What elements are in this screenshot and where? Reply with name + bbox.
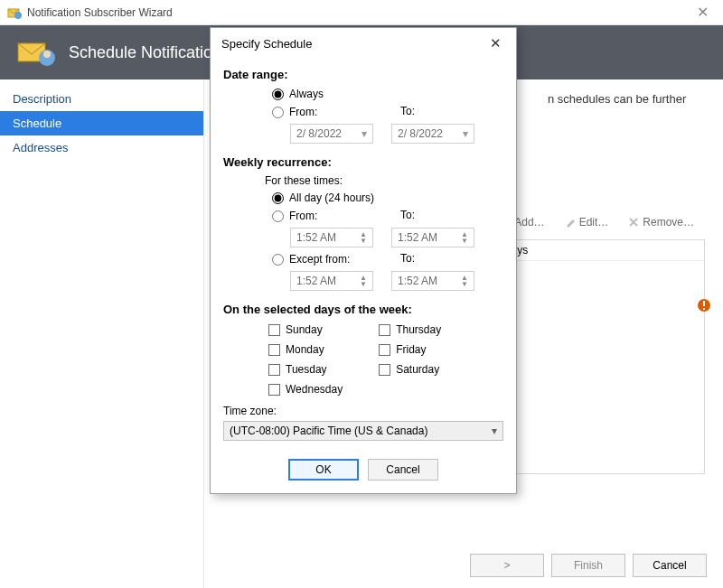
cancel-button[interactable]: Cancel xyxy=(633,554,707,577)
dialog-close-button[interactable]: ✕ xyxy=(486,35,505,51)
window-close-button[interactable]: ✕ xyxy=(690,4,716,21)
chk-saturday-label: Saturday xyxy=(396,363,439,376)
chk-thursday-label: Thursday xyxy=(396,323,441,336)
hint-text: n schedules can be further xyxy=(548,92,705,106)
remove-label: Remove… xyxy=(643,216,694,229)
time1-to-picker[interactable]: 1:52 AM ▲▼ xyxy=(391,228,474,247)
time2-from-value: 1:52 AM xyxy=(296,275,336,287)
for-times-label: For these times: xyxy=(223,173,503,189)
chevron-down-icon: ▾ xyxy=(362,127,367,140)
date-range-heading: Date range: xyxy=(223,68,503,81)
remove-icon xyxy=(628,217,639,228)
chevron-down-icon: ▾ xyxy=(463,127,468,140)
checkbox-icon xyxy=(379,344,390,356)
chk-thursday[interactable]: Thursday xyxy=(379,323,441,336)
app-icon xyxy=(7,5,22,20)
checkbox-icon xyxy=(268,324,280,336)
radio-time-from[interactable]: From: xyxy=(223,207,503,225)
pencil-icon xyxy=(565,217,576,228)
ok-button[interactable]: OK xyxy=(288,459,359,481)
sidebar-item-description[interactable]: Description xyxy=(0,87,203,111)
window-title: Notification Subscriber Wizard xyxy=(27,6,173,19)
weekly-heading: Weekly recurrence: xyxy=(223,155,503,169)
radio-always[interactable]: Always xyxy=(223,85,503,103)
chk-monday-label: Monday xyxy=(286,343,324,356)
chk-wednesday-label: Wednesday xyxy=(286,383,343,396)
checkbox-icon xyxy=(379,364,390,376)
time1-from-picker[interactable]: 1:52 AM ▲▼ xyxy=(290,228,373,247)
edit-button[interactable]: Edit… xyxy=(558,212,616,232)
time2-to-value: 1:52 AM xyxy=(398,275,437,287)
specify-schedule-dialog: Specify Schedule ✕ Date range: Always Fr… xyxy=(210,27,517,494)
error-icon xyxy=(697,298,711,313)
next-button[interactable]: > xyxy=(470,554,544,577)
date-from-value: 2/ 8/2022 xyxy=(296,127,342,140)
dialog-cancel-button[interactable]: Cancel xyxy=(368,459,438,481)
time1-to-value: 1:52 AM xyxy=(398,231,437,244)
checkbox-icon xyxy=(268,344,280,356)
radio-all-day-input[interactable] xyxy=(272,192,284,204)
days-heading: On the selected days of the week: xyxy=(223,303,503,316)
wizard-footer: > Finish Cancel xyxy=(470,554,707,577)
radio-time-from-input[interactable] xyxy=(272,210,284,222)
svg-point-1 xyxy=(14,12,22,19)
sidebar-item-schedule[interactable]: Schedule xyxy=(0,111,203,135)
spinner-icon: ▲▼ xyxy=(461,275,468,287)
checkbox-icon xyxy=(268,384,280,396)
date-to-picker[interactable]: 2/ 8/2022 ▾ xyxy=(391,124,474,144)
timezone-value: (UTC-08:00) Pacific Time (US & Canada) xyxy=(230,425,427,437)
radio-date-from-label: From: xyxy=(289,106,317,118)
wizard-heading: Schedule Notifications xyxy=(69,43,230,62)
radio-all-day-label: All day (24 hours) xyxy=(289,191,374,204)
chk-tuesday[interactable]: Tuesday xyxy=(268,363,343,376)
svg-rect-8 xyxy=(703,308,705,310)
chk-saturday[interactable]: Saturday xyxy=(379,363,441,376)
chk-friday-label: Friday xyxy=(396,343,426,356)
radio-except-from[interactable]: Except from: xyxy=(223,250,503,268)
checkbox-icon xyxy=(268,364,280,376)
time1-to-label: To: xyxy=(400,209,415,221)
timezone-select[interactable]: (UTC-08:00) Pacific Time (US & Canada) ▾ xyxy=(223,421,503,441)
edit-label: Edit… xyxy=(579,216,609,229)
radio-date-from-input[interactable] xyxy=(272,107,284,118)
time2-to-label: To: xyxy=(400,252,415,265)
remove-button[interactable]: Remove… xyxy=(621,212,701,232)
time2-to-picker[interactable]: 1:52 AM ▲▼ xyxy=(391,271,474,291)
radio-except-from-label: Except from: xyxy=(289,253,350,266)
sidebar-item-addresses[interactable]: Addresses xyxy=(0,135,203,160)
window-titlebar: Notification Subscriber Wizard ✕ xyxy=(0,0,723,25)
chk-friday[interactable]: Friday xyxy=(379,343,441,356)
spinner-icon: ▲▼ xyxy=(360,231,367,244)
radio-all-day[interactable]: All day (24 hours) xyxy=(223,189,503,207)
chk-tuesday-label: Tuesday xyxy=(286,363,327,376)
timezone-label: Time zone: xyxy=(223,405,503,417)
envelope-icon xyxy=(16,38,56,67)
chk-monday[interactable]: Monday xyxy=(268,343,343,356)
dialog-title: Specify Schedule xyxy=(221,37,312,51)
svg-rect-7 xyxy=(703,301,705,306)
spinner-icon: ▲▼ xyxy=(461,231,468,244)
radio-always-label: Always xyxy=(289,88,324,100)
chk-sunday[interactable]: Sunday xyxy=(268,323,343,336)
chk-wednesday[interactable]: Wednesday xyxy=(268,383,343,396)
radio-always-input[interactable] xyxy=(272,89,284,100)
spinner-icon: ▲▼ xyxy=(360,275,367,287)
radio-time-from-label: From: xyxy=(289,210,317,222)
wizard-sidebar: Description Schedule Addresses xyxy=(0,79,204,588)
svg-point-4 xyxy=(43,51,51,58)
time2-from-picker[interactable]: 1:52 AM ▲▼ xyxy=(290,271,373,291)
date-to-value: 2/ 8/2022 xyxy=(398,127,443,140)
chk-sunday-label: Sunday xyxy=(286,323,323,336)
radio-date-from[interactable]: From: xyxy=(223,103,503,121)
add-label: Add… xyxy=(514,216,544,229)
date-to-label: To: xyxy=(400,105,415,117)
time1-from-value: 1:52 AM xyxy=(296,231,336,244)
chevron-down-icon: ▾ xyxy=(492,425,497,437)
radio-except-from-input[interactable] xyxy=(272,254,284,266)
date-from-picker[interactable]: 2/ 8/2022 ▾ xyxy=(290,124,373,144)
checkbox-icon xyxy=(379,324,390,336)
finish-button[interactable]: Finish xyxy=(551,554,625,577)
